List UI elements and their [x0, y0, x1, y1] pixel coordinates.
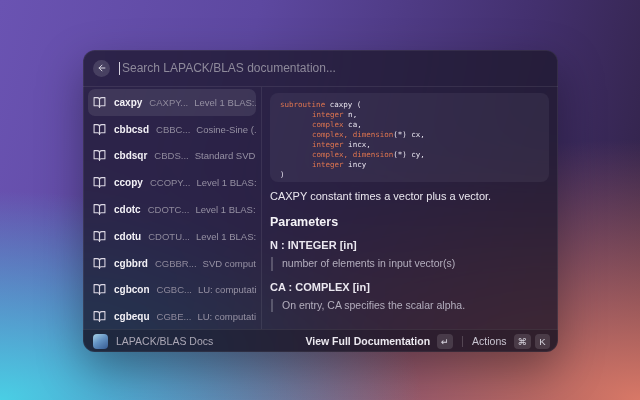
book-open-icon — [93, 203, 106, 216]
result-row[interactable]: cgbbrd CGBBR... SVD computa... — [88, 250, 256, 277]
arrow-left-icon — [97, 63, 107, 73]
result-row[interactable]: cbbcsd CBBC... Cosine-Sine (... — [88, 116, 256, 143]
result-row[interactable]: cgbequ CGBE... LU: computati... — [88, 303, 256, 329]
footer-bar: LAPACK/BLAS Docs View Full Documentation… — [83, 329, 558, 352]
routine-subtitle: CBBC... — [156, 124, 190, 135]
search-input[interactable] — [122, 61, 548, 75]
code-line: complex, dimension(*) cx, — [280, 130, 539, 140]
code-line: subroutine caxpy ( — [280, 100, 539, 110]
enter-key-hint: ↵ — [437, 334, 453, 349]
routine-name: caxpy — [114, 97, 142, 108]
parameter-block: N : INTEGER [in] number of elements in i… — [270, 239, 549, 271]
result-row[interactable]: cbdsqr CBDS... Standard SVD... — [88, 143, 256, 170]
routine-category: Level 1 BLAS:... — [190, 231, 256, 242]
routine-name: cdotu — [114, 231, 141, 242]
footer-divider — [462, 336, 463, 347]
parameter-description: On entry, CA specifies the scalar alpha. — [271, 299, 549, 313]
parameter-block: CA : COMPLEX [in] On entry, CA specifies… — [270, 281, 549, 313]
code-line: ) — [280, 170, 539, 180]
result-row[interactable]: cdotu CDOTU... Level 1 BLAS:... — [88, 223, 256, 250]
code-line: integer incy — [280, 160, 539, 170]
routine-subtitle: CDOTC... — [148, 204, 190, 215]
parameter-name: CA : COMPLEX [in] — [270, 281, 549, 293]
routine-subtitle: CAXPY... — [149, 97, 188, 108]
routine-description: CAXPY constant times a vector plus a vec… — [270, 190, 549, 202]
parameters-heading: Parameters — [270, 215, 549, 229]
app-identity: LAPACK/BLAS Docs — [93, 334, 213, 349]
result-row[interactable]: cgbcon CGBC... LU: computati... — [88, 277, 256, 304]
back-button[interactable] — [93, 60, 110, 77]
detail-pane: subroutine caxpy (integer n,complex ca,c… — [262, 87, 558, 329]
routine-category: SVD computa... — [197, 258, 256, 269]
result-row[interactable]: caxpy CAXPY... Level 1 BLAS:... — [88, 89, 256, 116]
command-key-hint: ⌘ — [514, 334, 532, 349]
result-row[interactable]: ccopy CCOPY... Level 1 BLAS:... — [88, 169, 256, 196]
routine-name: cbdsqr — [114, 150, 147, 161]
book-open-icon — [93, 176, 106, 189]
routine-category: Level 1 BLAS:... — [190, 177, 256, 188]
routine-category: Level 1 BLAS:... — [189, 204, 256, 215]
routine-subtitle: CBDS... — [154, 150, 188, 161]
actions-button[interactable]: Actions — [472, 335, 506, 347]
results-list: caxpy CAXPY... Level 1 BLAS:... cbbcsd C… — [83, 87, 262, 329]
routine-subtitle: CGBE... — [157, 311, 192, 322]
code-line: integer incx, — [280, 140, 539, 150]
code-line: complex ca, — [280, 120, 539, 130]
book-open-icon — [93, 123, 106, 136]
routine-category: LU: computati... — [192, 284, 256, 295]
text-caret — [119, 62, 120, 75]
book-open-icon — [93, 310, 106, 323]
parameter-name: N : INTEGER [in] — [270, 239, 549, 251]
routine-category: Cosine-Sine (... — [190, 124, 256, 135]
parameter-description: number of elements in input vector(s) — [271, 257, 549, 271]
routine-name: cdotc — [114, 204, 141, 215]
routine-name: cbbcsd — [114, 124, 149, 135]
routine-name: cgbbrd — [114, 258, 148, 269]
routine-subtitle: CDOTU... — [148, 231, 190, 242]
routine-category: LU: computati... — [191, 311, 256, 322]
routine-name: cgbequ — [114, 311, 150, 322]
result-row[interactable]: cdotc CDOTC... Level 1 BLAS:... — [88, 196, 256, 223]
code-block: subroutine caxpy (integer n,complex ca,c… — [270, 93, 549, 182]
routine-category: Standard SVD... — [189, 150, 256, 161]
footer-actions: View Full Documentation ↵ Actions ⌘ K — [305, 334, 550, 349]
routine-subtitle: CCOPY... — [150, 177, 190, 188]
docs-search-window: caxpy CAXPY... Level 1 BLAS:... cbbcsd C… — [83, 50, 558, 352]
book-open-icon — [93, 230, 106, 243]
routine-category: Level 1 BLAS:... — [188, 97, 256, 108]
book-open-icon — [93, 96, 106, 109]
app-icon — [93, 334, 108, 349]
desktop-background: caxpy CAXPY... Level 1 BLAS:... cbbcsd C… — [0, 0, 640, 400]
k-key-hint: K — [535, 334, 550, 349]
shortcut-keys: ⌘ K — [514, 334, 551, 349]
code-line: complex, dimension(*) cy, — [280, 150, 539, 160]
routine-name: cgbcon — [114, 284, 150, 295]
view-full-documentation-button[interactable]: View Full Documentation — [305, 335, 430, 347]
book-open-icon — [93, 149, 106, 162]
routine-name: ccopy — [114, 177, 143, 188]
content-area: caxpy CAXPY... Level 1 BLAS:... cbbcsd C… — [83, 87, 558, 329]
book-open-icon — [93, 283, 106, 296]
code-line: integer n, — [280, 110, 539, 120]
routine-subtitle: CGBC... — [157, 284, 192, 295]
book-open-icon — [93, 257, 106, 270]
parameters-section: N : INTEGER [in] number of elements in i… — [270, 239, 549, 312]
search-bar — [83, 50, 558, 87]
app-name: LAPACK/BLAS Docs — [116, 335, 213, 347]
routine-subtitle: CGBBR... — [155, 258, 197, 269]
